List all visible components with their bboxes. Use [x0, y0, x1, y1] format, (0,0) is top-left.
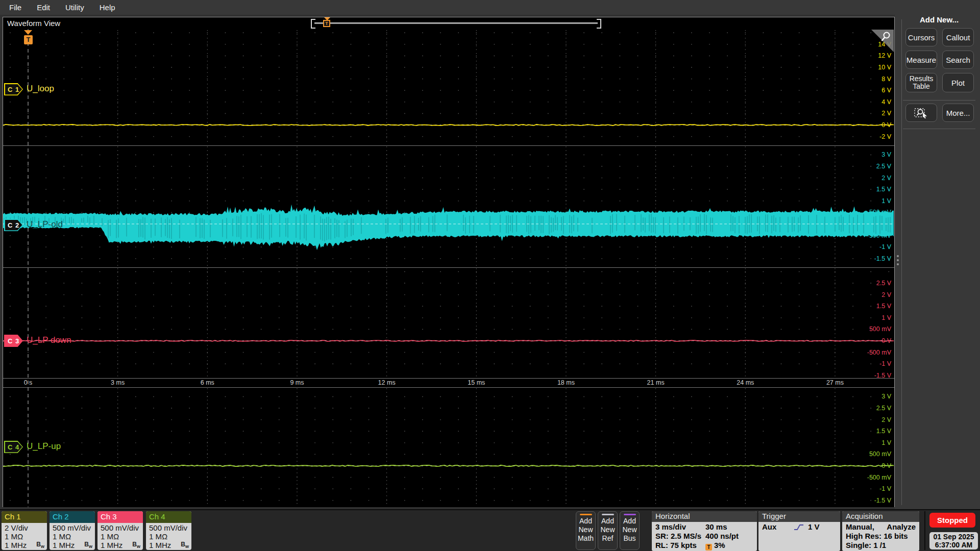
channel-scale: 2 V/div	[5, 523, 44, 532]
time-axis-label: 12 ms	[378, 379, 396, 386]
time-axis-label: 15 ms	[468, 379, 485, 386]
scale-label-ch1: -2 V	[879, 133, 892, 140]
zoom-select-button[interactable]	[905, 104, 937, 122]
waveform-view-frame: Waveform View T 0 s3 ms6 ms9 ms12 ms15 m…	[3, 17, 895, 507]
datetime-display[interactable]: 01 Sep 2025 6:37:00 AM	[929, 532, 978, 549]
menu-item-utility[interactable]: Utility	[65, 3, 84, 12]
channel-scale: 500 mV/div	[149, 523, 188, 532]
waveform-view-header: Waveform View T	[3, 17, 894, 29]
more-button[interactable]: More...	[942, 104, 974, 122]
scale-label-ch3: -1.5 V	[874, 372, 892, 379]
channel-badge-4[interactable]: C 4	[4, 441, 23, 453]
add-new-plot-button[interactable]: Plot	[942, 73, 974, 92]
scale-label-ch1: 8 V	[881, 76, 891, 83]
time-axis-label: 27 ms	[826, 379, 844, 386]
channel-scale: 500 mV/div	[53, 523, 92, 532]
waveform-plot-area[interactable]: 0 s3 ms6 ms9 ms12 ms15 ms18 ms21 ms24 ms…	[3, 29, 894, 507]
horizontal-panel-title: Horizontal	[652, 511, 757, 522]
sample-interval: 400 ns/pt	[705, 532, 739, 541]
scale-label-ch1: 10 V	[878, 64, 891, 71]
scale-label-ch3: 1.5 V	[876, 303, 892, 310]
scale-label-ch2: 2.5 V	[876, 163, 892, 170]
panel-drag-handle[interactable]	[896, 255, 900, 268]
scale-label-ch1: 2 V	[881, 110, 891, 117]
scale-label-ch3: 500 mV	[869, 325, 892, 333]
scale-label-ch3: -1 V	[879, 360, 892, 367]
bandwidth-limit-icon: Bw	[132, 541, 140, 549]
horizontal-panel[interactable]: Horizontal 3 ms/div30 ms SR: 2.5 MS/s400…	[652, 511, 757, 551]
channel-impedance: 1 MΩ	[53, 532, 92, 541]
scale-label-ch2: 3 V	[881, 151, 891, 158]
channel-label: Ch 4	[146, 511, 191, 523]
add-new-bus-button[interactable]: AddNewBus	[620, 511, 640, 550]
panel-divider	[903, 100, 975, 101]
time-axis-label: 9 ms	[290, 379, 304, 386]
footer-channel-badge-2[interactable]: Ch 2500 mV/div1 MΩ1 MHzBw	[50, 511, 95, 550]
add-new-cursors-button[interactable]: Cursors	[905, 28, 937, 46]
channel-impedance: 1 MΩ	[101, 532, 140, 541]
channel-badge-2[interactable]: C 2	[4, 219, 23, 231]
scale-label-ch4: 500 mV	[869, 450, 892, 458]
acquisition-mode: Manual,	[846, 522, 874, 532]
trigger-t-icon: T	[24, 35, 33, 44]
horizontal-scale: 3 ms/div	[655, 522, 705, 532]
add-new-title: Add New...	[902, 15, 976, 24]
menu-item-edit[interactable]: Edit	[37, 3, 50, 12]
add-new-ref-button[interactable]: AddNewRef	[598, 511, 618, 550]
scale-label-ch1: 4 V	[881, 98, 891, 106]
footer-channel-badge-1[interactable]: Ch 12 V/div1 MΩ1 MHzBw	[2, 511, 47, 550]
add-new-results-table-button[interactable]: ResultsTable	[905, 73, 937, 92]
scale-label-ch2: 1.5 V	[876, 186, 892, 193]
corner-zoom-icon[interactable]	[871, 30, 894, 52]
trigger-panel[interactable]: Trigger Aux 1 V	[758, 511, 840, 551]
add-new-math-button[interactable]: AddNewMath	[576, 511, 596, 550]
channel-impedance: 1 MΩ	[5, 532, 44, 541]
add-new-measure-button[interactable]: Measure	[905, 51, 937, 69]
right-control-panel: Add New... CursorsCalloutMeasureSearchRe…	[895, 0, 980, 509]
trigger-position-flag[interactable]: T	[20, 30, 36, 48]
scale-label-ch4: 2 V	[881, 416, 891, 423]
menu-item-help[interactable]: Help	[100, 3, 115, 12]
channel-impedance: 1 MΩ	[149, 532, 188, 541]
accent-bar	[580, 514, 592, 515]
run-stop-status-badge[interactable]: Stopped	[929, 513, 975, 528]
menu-bar: FileEditUtilityHelp	[0, 0, 895, 15]
footer-bar: Ch 12 V/div1 MΩ1 MHzBwCh 2500 mV/div1 MΩ…	[0, 509, 980, 551]
scale-label-ch4: -1 V	[879, 485, 892, 492]
accent-bar	[624, 514, 636, 515]
footer-channel-badge-3[interactable]: Ch 3500 mV/div1 MΩ1 MHzBw	[97, 511, 143, 550]
waveform-view-title: Waveform View	[7, 19, 60, 28]
add-new-callout-button[interactable]: Callout	[942, 28, 974, 46]
footer-channel-badge-4[interactable]: Ch 4500 mV/div1 MΩ1 MHzBw	[146, 511, 191, 550]
record-length: RL: 75 kpts	[655, 541, 705, 550]
channel-label: Ch 3	[97, 511, 143, 523]
scale-label-ch2: -1.5 V	[874, 255, 892, 262]
scale-label-ch2: -1 V	[879, 243, 892, 251]
scale-label-ch1: 6 V	[881, 87, 891, 94]
time-value: 6:37:00 AM	[929, 541, 978, 549]
scale-label-ch2: 1 V	[881, 197, 891, 205]
acquisition-panel-title: Acquisition	[842, 511, 919, 522]
horizontal-position-minimap[interactable]: T	[309, 17, 603, 29]
add-new-search-button[interactable]: Search	[942, 51, 974, 69]
trigger-t-icon: T	[705, 544, 712, 550]
acquisition-analyze: Analyze	[887, 522, 916, 532]
channel-badge-1[interactable]: C 1	[4, 83, 23, 95]
scale-label-ch4: -1.5 V	[874, 497, 892, 504]
accent-bar	[602, 514, 614, 515]
channel-label: Ch 2	[50, 511, 95, 523]
scale-label-ch4: 3 V	[881, 393, 891, 400]
scale-label-ch3: 2.5 V	[876, 280, 892, 287]
minimap-right-bracket	[597, 19, 601, 29]
trace-label-1: U_loop	[27, 84, 54, 94]
acquisition-panel[interactable]: Acquisition Manual,Analyze High Res: 16 …	[842, 511, 919, 551]
scale-label-ch4: -500 mV	[867, 474, 892, 481]
rising-edge-icon	[794, 523, 804, 531]
channel-badge-3[interactable]: C 3	[4, 335, 23, 347]
minimap-trigger-t-icon: T	[323, 20, 330, 27]
menu-item-file[interactable]: File	[9, 3, 21, 12]
sample-rate: SR: 2.5 MS/s	[655, 532, 705, 541]
zoom-select-icon	[914, 107, 929, 119]
trace-label-3: U_LP down	[27, 335, 71, 345]
footer-separator	[924, 511, 925, 550]
